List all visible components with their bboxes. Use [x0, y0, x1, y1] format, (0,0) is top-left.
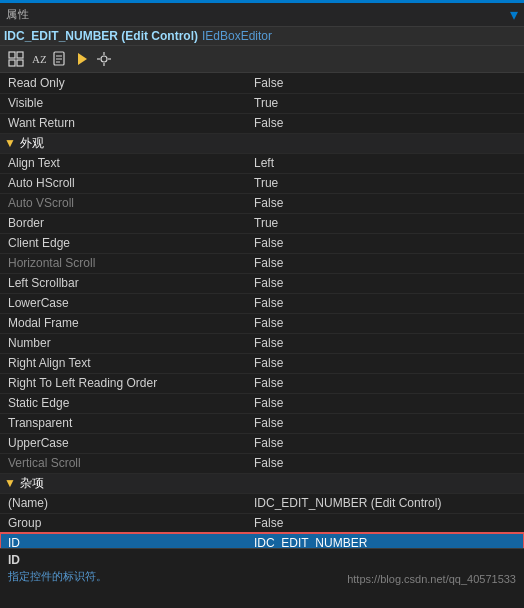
table-row[interactable]: Want ReturnFalse [0, 113, 524, 133]
toolbar: AZ [0, 46, 524, 73]
table-row[interactable]: GroupFalse [0, 513, 524, 533]
table-row[interactable]: LowerCaseFalse [0, 293, 524, 313]
header-section-label: 属性 [6, 7, 29, 22]
prop-value-cell: False [250, 513, 524, 533]
blog-link: https://blog.csdn.net/qq_40571533 [347, 553, 516, 585]
prop-name-cell: Right Align Text [0, 353, 250, 373]
table-row[interactable]: TransparentFalse [0, 413, 524, 433]
prop-name-cell: Align Text [0, 153, 250, 173]
table-row[interactable]: UpperCaseFalse [0, 433, 524, 453]
events-icon[interactable] [72, 49, 92, 69]
prop-value-cell: False [250, 333, 524, 353]
prop-value-cell: False [250, 73, 524, 93]
table-row[interactable]: VisibleTrue [0, 93, 524, 113]
prop-name-cell: Read Only [0, 73, 250, 93]
svg-rect-1 [17, 52, 23, 58]
alphabetical-icon[interactable]: AZ [28, 49, 48, 69]
table-row[interactable]: BorderTrue [0, 213, 524, 233]
properties-header: 属性 ▾ [0, 3, 524, 27]
prop-value-cell: IDC_EDIT_NUMBER (Edit Control) [250, 493, 524, 513]
table-row[interactable]: Align TextLeft [0, 153, 524, 173]
prop-value-cell: False [250, 353, 524, 373]
table-row[interactable]: Read OnlyFalse [0, 73, 524, 93]
svg-text:AZ: AZ [32, 53, 46, 65]
section-appearance-section: ▼外观 [0, 133, 524, 153]
control-title: IDC_EDIT_NUMBER (Edit Control) [4, 29, 198, 43]
pin-icon[interactable]: ▾ [510, 5, 518, 24]
prop-name-cell: Auto HScroll [0, 173, 250, 193]
prop-value-cell: False [250, 273, 524, 293]
prop-value-cell: False [250, 293, 524, 313]
prop-value-cell: False [250, 433, 524, 453]
prop-name-cell: Border [0, 213, 250, 233]
table-row[interactable]: Modal FrameFalse [0, 313, 524, 333]
table-row[interactable]: NumberFalse [0, 333, 524, 353]
prop-value-cell: True [250, 173, 524, 193]
prop-value-cell: True [250, 213, 524, 233]
prop-name-cell: LowerCase [0, 293, 250, 313]
selected-prop-name: ID [8, 553, 347, 567]
bottom-info-panel: ID 指定控件的标识符。 https://blog.csdn.net/qq_40… [0, 548, 524, 608]
editor-type: IEdBoxEditor [202, 29, 272, 43]
svg-rect-3 [17, 60, 23, 66]
prop-name-cell: Want Return [0, 113, 250, 133]
prop-value-cell: True [250, 93, 524, 113]
table-row[interactable]: Right Align TextFalse [0, 353, 524, 373]
table-row[interactable]: Right To Left Reading OrderFalse [0, 373, 524, 393]
prop-value-cell: Left [250, 153, 524, 173]
table-row[interactable]: Auto HScrollTrue [0, 173, 524, 193]
prop-name-cell: Horizontal Scroll [0, 253, 250, 273]
prop-value-cell: False [250, 413, 524, 433]
table-row[interactable]: Vertical ScrollFalse [0, 453, 524, 473]
prop-name-cell: (Name) [0, 493, 250, 513]
prop-value-cell: False [250, 253, 524, 273]
svg-point-10 [101, 56, 107, 62]
section-misc-section: ▼杂项 [0, 473, 524, 493]
prop-name-cell: Auto VScroll [0, 193, 250, 213]
categorized-icon[interactable] [6, 49, 26, 69]
prop-name-cell: Right To Left Reading Order [0, 373, 250, 393]
prop-name-cell: Modal Frame [0, 313, 250, 333]
svg-rect-0 [9, 52, 15, 58]
prop-value-cell: False [250, 393, 524, 413]
prop-name-cell: Visible [0, 93, 250, 113]
settings-icon[interactable] [94, 49, 114, 69]
prop-name-cell: UpperCase [0, 433, 250, 453]
prop-name-cell: Vertical Scroll [0, 453, 250, 473]
prop-value-cell: False [250, 453, 524, 473]
prop-name-cell: Left Scrollbar [0, 273, 250, 293]
prop-value-cell: False [250, 193, 524, 213]
table-row[interactable]: Auto VScrollFalse [0, 193, 524, 213]
prop-name-cell: Static Edge [0, 393, 250, 413]
table-row[interactable]: Static EdgeFalse [0, 393, 524, 413]
svg-rect-2 [9, 60, 15, 66]
selected-prop-desc: 指定控件的标识符。 [8, 569, 347, 584]
prop-value-cell: False [250, 233, 524, 253]
prop-value-cell: False [250, 373, 524, 393]
table-row[interactable]: Left ScrollbarFalse [0, 273, 524, 293]
properties-page-icon[interactable] [50, 49, 70, 69]
title-bar: IDC_EDIT_NUMBER (Edit Control) IEdBoxEdi… [0, 27, 524, 46]
prop-value-cell: False [250, 313, 524, 333]
svg-marker-9 [78, 53, 87, 65]
prop-name-cell: Transparent [0, 413, 250, 433]
prop-value-cell: False [250, 113, 524, 133]
prop-name-cell: Number [0, 333, 250, 353]
properties-table: Read OnlyFalseVisibleTrueWant ReturnFals… [0, 73, 524, 573]
prop-name-cell: Group [0, 513, 250, 533]
table-row[interactable]: Horizontal ScrollFalse [0, 253, 524, 273]
table-row[interactable]: (Name)IDC_EDIT_NUMBER (Edit Control) [0, 493, 524, 513]
properties-list: Read OnlyFalseVisibleTrueWant ReturnFals… [0, 73, 524, 573]
table-row[interactable]: Client EdgeFalse [0, 233, 524, 253]
prop-name-cell: Client Edge [0, 233, 250, 253]
